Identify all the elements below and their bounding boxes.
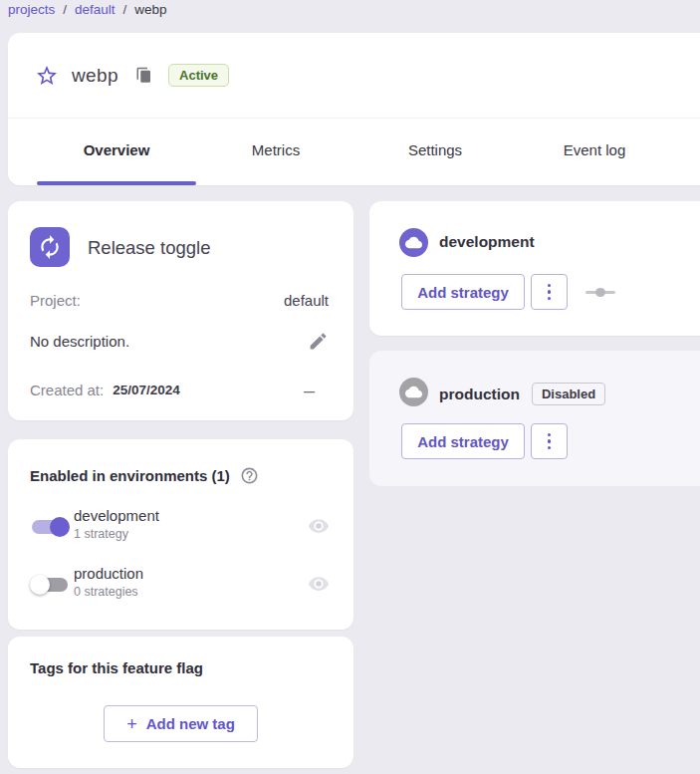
- page-title: webp: [72, 65, 118, 87]
- breadcrumb-default[interactable]: default: [75, 1, 116, 18]
- tab-overview[interactable]: Overview: [37, 119, 196, 181]
- eye-icon[interactable]: [308, 515, 330, 537]
- add-new-tag-label: Add new tag: [146, 715, 235, 732]
- add-strategy-button[interactable]: Add strategy: [401, 423, 525, 459]
- breadcrumb-projects[interactable]: projects: [8, 1, 55, 18]
- feature-flag-page: projects / default / webp webp Active Ov…: [0, 0, 700, 774]
- edit-pencil-icon[interactable]: [308, 331, 329, 352]
- project-value: default: [284, 292, 329, 309]
- favorite-star-icon[interactable]: [35, 64, 59, 88]
- breadcrumb: projects / default / webp: [8, 1, 167, 18]
- development-toggle[interactable]: [32, 517, 68, 537]
- help-icon[interactable]: [240, 466, 259, 485]
- flag-type-label: Release toggle: [88, 237, 210, 259]
- environment-row-production: production 0 strategies: [8, 563, 353, 611]
- project-label: Project:: [30, 292, 81, 309]
- plus-icon: +: [126, 715, 137, 733]
- tab-event-log[interactable]: Event log: [515, 119, 674, 181]
- strategy-connector-graphic: [585, 284, 615, 300]
- strategy-count: 1 strategy: [74, 527, 159, 541]
- tab-metrics[interactable]: Metrics: [196, 119, 355, 181]
- production-toggle[interactable]: [32, 575, 68, 595]
- release-toggle-sync-icon: [30, 227, 70, 267]
- cloud-icon: [399, 378, 428, 406]
- environment-name: development: [74, 507, 159, 524]
- created-row: Created at: 25/07/2024 –: [30, 382, 329, 398]
- header-card: webp Active Overview Metrics Settings Ev…: [8, 33, 700, 185]
- production-environment-panel: production Disabled Add strategy: [369, 351, 700, 486]
- environment-panel-name: production: [439, 386, 520, 403]
- environments-card-title: Enabled in environments (1): [30, 467, 230, 484]
- environment-panel-name: development: [439, 233, 535, 251]
- created-value: 25/07/2024: [113, 383, 180, 397]
- breadcrumb-separator: /: [123, 1, 127, 18]
- active-tab-indicator: [37, 181, 196, 185]
- breadcrumb-separator: /: [63, 1, 67, 18]
- eye-icon[interactable]: [308, 573, 330, 595]
- add-strategy-button[interactable]: Add strategy: [401, 274, 525, 310]
- more-actions-kebab-icon[interactable]: [531, 274, 568, 310]
- tags-card: Tags for this feature flag + Add new tag: [8, 637, 353, 768]
- breadcrumb-current: webp: [134, 1, 166, 18]
- description-row: No description.: [30, 331, 329, 352]
- description-text: No description.: [30, 333, 129, 350]
- header-row: webp Active: [8, 33, 700, 118]
- tab-bar: Overview Metrics Settings Event log: [37, 119, 674, 181]
- created-label: Created at:: [30, 382, 104, 398]
- add-new-tag-button[interactable]: + Add new tag: [104, 705, 258, 742]
- status-badge: Active: [168, 64, 229, 87]
- disabled-badge: Disabled: [532, 383, 605, 405]
- copy-icon[interactable]: [135, 67, 153, 85]
- tags-card-title: Tags for this feature flag: [30, 659, 203, 676]
- collapse-minus-icon[interactable]: –: [304, 386, 315, 395]
- flag-details-card: Release toggle Project: default No descr…: [8, 201, 353, 420]
- development-environment-panel: development Add strategy: [369, 201, 700, 336]
- environments-card: Enabled in environments (1) development …: [8, 439, 353, 630]
- tab-settings[interactable]: Settings: [355, 119, 515, 181]
- more-actions-kebab-icon[interactable]: [531, 423, 568, 459]
- cloud-icon: [399, 228, 428, 257]
- strategy-count: 0 strategies: [74, 585, 143, 599]
- environment-name: production: [74, 565, 143, 582]
- project-row: Project: default: [30, 292, 329, 309]
- environment-row-development: development 1 strategy: [8, 505, 353, 553]
